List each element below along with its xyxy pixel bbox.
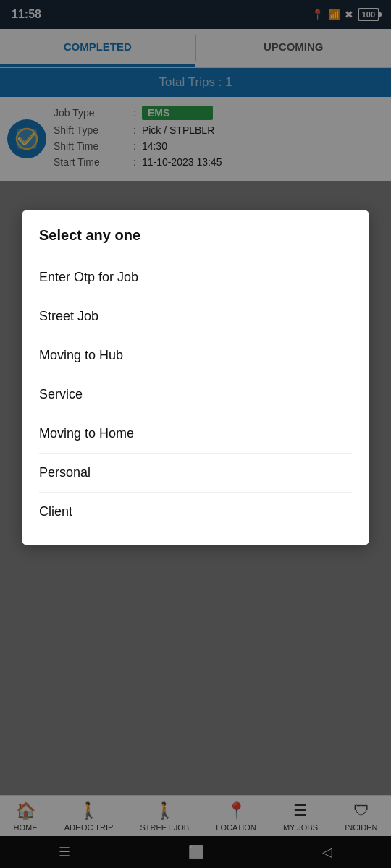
modal-item-personal[interactable]: Personal xyxy=(39,454,352,493)
modal-item-service[interactable]: Service xyxy=(39,375,352,414)
modal-item-hub[interactable]: Moving to Hub xyxy=(39,336,352,375)
modal-item-home[interactable]: Moving to Home xyxy=(39,414,352,454)
modal-item-street[interactable]: Street Job xyxy=(39,297,352,336)
modal-item-otp[interactable]: Enter Otp for Job xyxy=(39,258,352,297)
select-modal: Select any one Enter Otp for Job Street … xyxy=(22,210,369,545)
modal-title: Select any one xyxy=(39,227,352,244)
modal-item-client[interactable]: Client xyxy=(39,493,352,531)
